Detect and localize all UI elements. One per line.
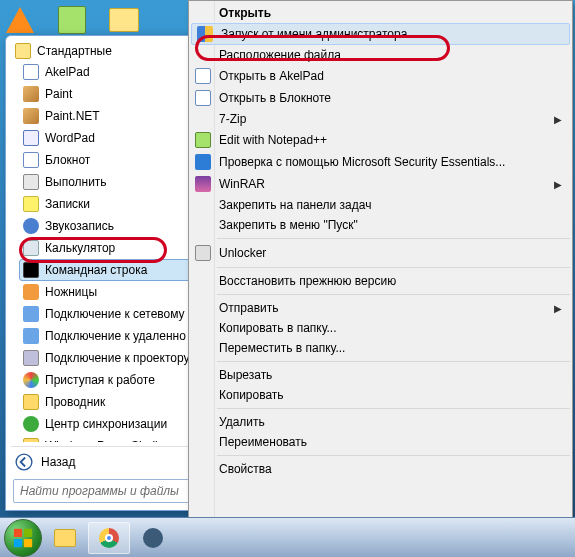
context-menu-item-21[interactable]: Копировать <box>189 385 572 405</box>
net-icon <box>23 306 39 322</box>
lock-icon <box>193 245 213 261</box>
submenu-arrow-icon: ▶ <box>554 179 568 190</box>
ps-icon <box>23 438 39 442</box>
context-menu-item-label: Переименовать <box>219 435 568 449</box>
svg-point-0 <box>16 454 32 470</box>
context-menu-item-label: Открыть <box>219 6 568 20</box>
context-menu-item-label: Открыть в AkelPad <box>219 69 568 83</box>
start-icon <box>23 372 39 388</box>
context-menu-item-18[interactable]: Переместить в папку... <box>189 338 572 358</box>
context-menu-separator <box>217 267 570 268</box>
context-menu-items: ОткрытьЗапуск от имени администратораРас… <box>215 1 572 529</box>
svg-rect-4 <box>24 538 32 546</box>
back-arrow-icon <box>15 453 33 471</box>
context-menu-item-8[interactable]: WinRAR▶ <box>189 173 572 195</box>
context-menu-item-20[interactable]: Вырезать <box>189 365 572 385</box>
submenu-arrow-icon: ▶ <box>554 114 568 125</box>
context-menu-item-label: 7-Zip <box>219 112 554 126</box>
paint-icon <box>23 86 39 102</box>
run-icon <box>23 174 39 190</box>
notepad-icon <box>23 152 39 168</box>
start-button[interactable] <box>4 519 42 557</box>
context-menu-item-label: Восстановить прежнюю версию <box>219 274 568 288</box>
folder-icon[interactable] <box>108 4 140 36</box>
svg-rect-2 <box>24 528 32 536</box>
context-menu-item-label: WinRAR <box>219 177 554 191</box>
context-menu-item-label: Закрепить на панели задач <box>219 198 568 212</box>
context-menu-item-2[interactable]: Расположение файла <box>189 45 572 65</box>
npp-icon <box>193 132 213 148</box>
notepad-icon <box>193 68 213 84</box>
notepadpp-icon[interactable] <box>56 4 88 36</box>
context-menu-item-23[interactable]: Удалить <box>189 412 572 432</box>
context-menu-separator <box>217 361 570 362</box>
context-menu-item-label: Вырезать <box>219 368 568 382</box>
program-item-label: Подключение к удаленно <box>45 329 186 343</box>
explorer-icon <box>23 394 39 410</box>
mse-icon <box>193 154 213 170</box>
context-menu-item-5[interactable]: 7-Zip▶ <box>189 109 572 129</box>
program-item-label: Центр синхронизации <box>45 417 167 431</box>
proj-icon <box>23 350 39 366</box>
context-menu-item-label: Открыть в Блокноте <box>219 91 568 105</box>
notepad-icon <box>193 90 213 106</box>
context-menu-item-6[interactable]: Edit with Notepad++ <box>189 129 572 151</box>
wordpad-icon <box>23 130 39 146</box>
context-menu-item-label: Копировать в папку... <box>219 321 568 335</box>
context-menu-item-label: Запуск от имени администратора <box>221 27 566 41</box>
context-menu-item-26[interactable]: Свойства <box>189 459 572 479</box>
context-menu-item-7[interactable]: Проверка с помощью Microsoft Security Es… <box>189 151 572 173</box>
program-item-label: Записки <box>45 197 90 211</box>
context-menu-item-label: Проверка с помощью Microsoft Security Es… <box>219 155 568 169</box>
taskbar <box>0 517 575 557</box>
submenu-arrow-icon: ▶ <box>554 303 568 314</box>
context-menu-item-label: Закрепить в меню "Пуск" <box>219 218 568 232</box>
snd-icon <box>23 218 39 234</box>
context-menu-item-9[interactable]: Закрепить на панели задач <box>189 195 572 215</box>
context-menu-item-24[interactable]: Переименовать <box>189 432 572 452</box>
taskbar-chrome[interactable] <box>88 522 130 554</box>
program-item-label: Проводник <box>45 395 105 409</box>
context-menu-item-label: Удалить <box>219 415 568 429</box>
svg-rect-3 <box>14 538 22 546</box>
program-item-label: Подключение к проектору <box>45 351 190 365</box>
context-menu-item-17[interactable]: Копировать в папку... <box>189 318 572 338</box>
desktop-icons <box>4 4 140 36</box>
context-menu-item-4[interactable]: Открыть в Блокноте <box>189 87 572 109</box>
rar-icon <box>193 176 213 192</box>
context-menu-item-label: Отправить <box>219 301 554 315</box>
context-menu-separator <box>217 455 570 456</box>
cmd-icon <box>23 262 39 278</box>
context-menu-item-14[interactable]: Восстановить прежнюю версию <box>189 271 572 291</box>
context-menu-separator <box>217 408 570 409</box>
context-menu-item-label: Расположение файла <box>219 48 568 62</box>
sticky-icon <box>23 196 39 212</box>
context-menu-item-12[interactable]: Unlocker <box>189 242 572 264</box>
program-item-label: Paint <box>45 87 72 101</box>
context-menu-item-label: Свойства <box>219 462 568 476</box>
program-item-label: Windows PowerShell <box>45 439 158 442</box>
program-item-label: Блокнот <box>45 153 90 167</box>
context-menu-separator <box>217 294 570 295</box>
notepad-icon <box>23 64 39 80</box>
net-icon <box>23 328 39 344</box>
context-menu-item-0[interactable]: Открыть <box>189 3 572 23</box>
shield-icon <box>195 26 215 42</box>
taskbar-steam[interactable] <box>132 522 174 554</box>
context-menu-item-10[interactable]: Закрепить в меню "Пуск" <box>189 215 572 235</box>
taskbar-explorer[interactable] <box>44 522 86 554</box>
context-menu-item-label: Переместить в папку... <box>219 341 568 355</box>
context-menu-item-3[interactable]: Открыть в AkelPad <box>189 65 572 87</box>
program-item-label: WordPad <box>45 131 95 145</box>
context-menu: ОткрытьЗапуск от имени администратораРас… <box>188 0 573 530</box>
svg-rect-1 <box>14 528 22 536</box>
vlc-icon[interactable] <box>4 4 36 36</box>
paint-icon <box>23 108 39 124</box>
snip-icon <box>23 284 39 300</box>
program-item-label: Ножницы <box>45 285 97 299</box>
program-item-label: Подключение к сетевому <box>45 307 185 321</box>
context-menu-separator <box>217 238 570 239</box>
program-item-label: Paint.NET <box>45 109 100 123</box>
context-menu-item-16[interactable]: Отправить▶ <box>189 298 572 318</box>
context-menu-item-1[interactable]: Запуск от имени администратора <box>191 23 570 45</box>
